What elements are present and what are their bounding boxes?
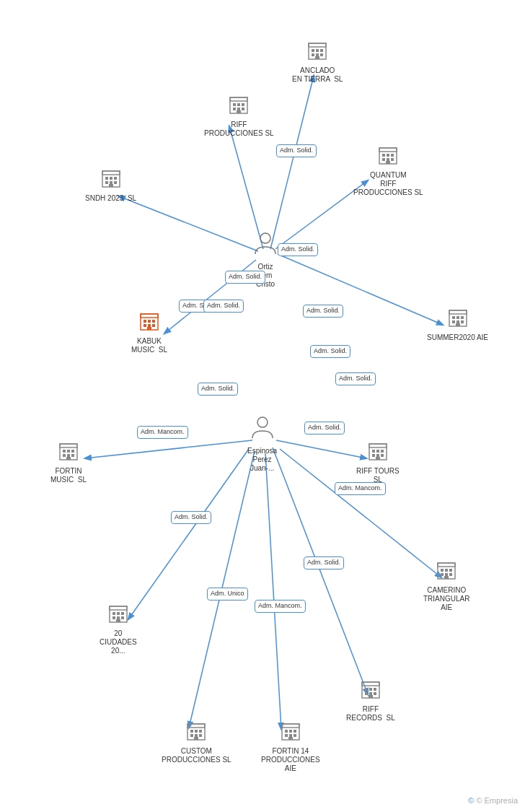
building-icon-anclado xyxy=(306,40,328,65)
svg-rect-107 xyxy=(199,730,202,733)
svg-rect-106 xyxy=(195,730,198,733)
watermark: © © Empresia xyxy=(468,796,518,805)
building-icon-summer xyxy=(447,307,469,332)
svg-rect-38 xyxy=(391,158,394,161)
svg-rect-83 xyxy=(381,454,384,457)
svg-rect-57 xyxy=(147,327,151,330)
svg-rect-17 xyxy=(320,49,323,52)
svg-rect-115 xyxy=(289,730,292,733)
building-icon-20ciudades xyxy=(107,603,129,628)
svg-rect-68 xyxy=(60,444,77,448)
label-quantum: QUANTUM RIFF PRODUCCIONES SL xyxy=(353,171,423,197)
building-icon-custom xyxy=(185,720,207,746)
svg-rect-43 xyxy=(110,177,112,180)
svg-rect-87 xyxy=(441,569,444,572)
building-icon-riff-records xyxy=(360,678,381,704)
svg-rect-73 xyxy=(67,454,70,457)
svg-rect-125 xyxy=(374,688,376,691)
svg-rect-89 xyxy=(449,569,452,572)
svg-rect-117 xyxy=(285,734,288,737)
node-fortin-music[interactable]: FORTIN MUSIC SL xyxy=(50,440,87,484)
svg-rect-54 xyxy=(144,324,146,327)
svg-rect-16 xyxy=(316,49,319,52)
svg-rect-50 xyxy=(141,314,158,318)
building-icon-fortin14 xyxy=(280,720,301,746)
svg-rect-111 xyxy=(194,737,198,740)
svg-rect-72 xyxy=(63,454,66,457)
svg-rect-45 xyxy=(105,181,108,184)
svg-point-131 xyxy=(257,417,268,427)
svg-rect-77 xyxy=(369,444,387,448)
building-icon-fortin-music xyxy=(58,440,79,466)
node-riff-records[interactable]: RIFF RECORDS SL xyxy=(346,678,395,722)
node-fortin14[interactable]: FORTIN 14 PRODUCCIONES AIE xyxy=(261,720,320,773)
svg-rect-48 xyxy=(109,184,113,187)
badge-adm-solid-7: Adm. Solid. xyxy=(310,345,350,358)
svg-rect-19 xyxy=(316,53,319,56)
node-anclado[interactable]: ANCLADO EN TIERRA SL xyxy=(292,40,343,84)
svg-rect-70 xyxy=(67,450,70,453)
person-icon-espinosa xyxy=(250,415,275,445)
node-sndh[interactable]: SNDH 2023 SL xyxy=(85,167,136,203)
svg-rect-33 xyxy=(382,154,385,157)
svg-rect-53 xyxy=(152,320,155,323)
svg-rect-64 xyxy=(456,320,459,323)
svg-rect-47 xyxy=(114,181,117,184)
label-espinosa: Espinosa Perez Juan-... xyxy=(247,447,277,473)
svg-rect-96 xyxy=(112,612,115,615)
label-riff-prod: RIFF PRODUCCIONES SL xyxy=(204,121,274,138)
svg-rect-24 xyxy=(233,103,236,106)
svg-rect-95 xyxy=(110,606,127,610)
svg-rect-59 xyxy=(449,310,467,314)
svg-rect-28 xyxy=(237,108,240,110)
svg-rect-61 xyxy=(456,316,459,319)
node-custom-prod[interactable]: CUSTOM PRODUCCIONES SL xyxy=(162,720,231,764)
svg-rect-98 xyxy=(121,612,124,615)
svg-rect-128 xyxy=(374,692,376,695)
badge-adm-solid-3: Adm. Solid. xyxy=(225,271,265,284)
node-quantum[interactable]: QUANTUM RIFF PRODUCCIONES SL xyxy=(353,144,423,197)
svg-rect-56 xyxy=(152,324,155,327)
node-riff-tours[interactable]: RIFF TOURS SL xyxy=(356,440,400,484)
badge-adm-mancom-11: Adm. Mancom. xyxy=(137,426,188,439)
svg-line-3 xyxy=(119,196,258,251)
svg-rect-32 xyxy=(379,148,397,152)
node-riff-producciones[interactable]: RIFF PRODUCCIONES SL xyxy=(204,94,274,138)
label-camerino: CAMERINO TRIANGULAR AIE xyxy=(423,586,469,612)
svg-rect-62 xyxy=(461,316,464,319)
graph-container: ANCLADO EN TIERRA SL RIFF PRODUCCIONES S… xyxy=(0,0,525,812)
svg-rect-110 xyxy=(199,734,202,737)
badge-adm-solid-2: Adm. Solid. xyxy=(278,243,318,256)
svg-rect-113 xyxy=(282,724,299,728)
badge-adm-mancom-16: Adm. Mancom. xyxy=(255,600,306,613)
svg-rect-109 xyxy=(195,734,198,737)
svg-point-130 xyxy=(260,233,270,243)
badge-adm-solid-14: Adm. Solid. xyxy=(304,556,344,569)
svg-line-7 xyxy=(276,440,366,458)
building-icon-riff-tours xyxy=(367,440,389,466)
svg-rect-100 xyxy=(117,616,120,619)
svg-rect-126 xyxy=(365,692,368,695)
svg-rect-93 xyxy=(444,576,449,579)
badge-adm-solid-8: Adm. Solid. xyxy=(335,372,376,385)
badge-adm-solid-10: Adm. Solid. xyxy=(304,422,345,435)
svg-rect-102 xyxy=(116,619,120,622)
svg-rect-75 xyxy=(66,457,71,460)
svg-rect-63 xyxy=(452,320,455,323)
node-camerino[interactable]: CAMERINO TRIANGULAR AIE xyxy=(423,559,469,612)
svg-rect-36 xyxy=(382,158,385,161)
node-summer2020[interactable]: SUMMER2020 AIE xyxy=(427,307,488,342)
label-20ciudades: 20 CIUDADES 20... xyxy=(100,629,137,655)
svg-rect-29 xyxy=(242,108,244,110)
svg-rect-65 xyxy=(461,320,464,323)
badge-adm-solid-1: Adm. Solid. xyxy=(276,144,317,157)
badge-adm-solid-13: Adm. Solid. xyxy=(171,511,211,524)
svg-rect-123 xyxy=(365,688,368,691)
node-espinosa[interactable]: Espinosa Perez Juan-... xyxy=(247,415,277,473)
node-kabuk[interactable]: KABUK MUSIC SL xyxy=(131,310,167,354)
svg-rect-42 xyxy=(105,177,108,180)
svg-rect-23 xyxy=(230,97,247,101)
svg-rect-90 xyxy=(441,573,444,576)
svg-rect-20 xyxy=(320,53,323,56)
node-20ciudades[interactable]: 20 CIUDADES 20... xyxy=(100,603,137,655)
